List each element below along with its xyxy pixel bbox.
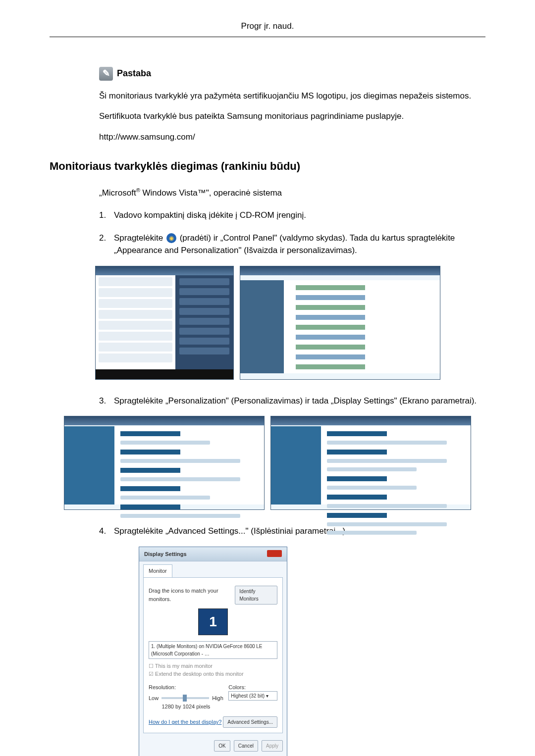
note-block: ✎ Pastaba Ši monitoriaus tvarkyklė yra p…	[99, 67, 485, 144]
colors-label: Colors:	[228, 683, 277, 692]
step-3: 3. Spragtelėkite „Personalization" (Pers…	[99, 395, 485, 407]
monitor-preview-icon[interactable]: 1	[198, 608, 228, 635]
step-4: 4. Spragtelėkite „Advanced Settings..." …	[99, 525, 485, 538]
screenshot-display-settings: Display Settings Monitor Drag the icons …	[139, 547, 287, 756]
os-suffix: Windows Vista™", operacinė sistema	[140, 188, 282, 198]
screenshot-row-1	[50, 266, 485, 380]
step-number-3: 3.	[99, 395, 114, 407]
screenshot-personalization	[270, 416, 471, 510]
resolution-low: Low	[149, 694, 159, 703]
page-header: Progr įr. naud.	[50, 20, 485, 37]
step-number-2: 2.	[99, 232, 114, 257]
resolution-value: 1280 by 1024 pixels	[149, 703, 223, 711]
note-title: Pastaba	[117, 67, 151, 80]
resolution-high: High	[212, 694, 223, 703]
help-link[interactable]: How do I get the best display?	[149, 718, 221, 726]
note-paragraph-2: Sertifikuota tvarkyklė bus pateikta Sams…	[99, 110, 485, 123]
chevron-down-icon: ▾	[266, 693, 268, 699]
resolution-label: Resolution:	[149, 683, 223, 692]
step-2-prefix: Spragtelėkite	[114, 233, 165, 243]
advanced-settings-button[interactable]: Advanced Settings...	[223, 716, 277, 728]
tab-monitor[interactable]: Monitor	[143, 564, 172, 577]
monitor-select[interactable]: 1. (Multiple Monitors) on NVIDIA GeForce…	[149, 641, 277, 659]
registered-symbol: ®	[136, 187, 140, 193]
checkbox-main-monitor: ☐ This is my main monitor	[149, 662, 277, 670]
resolution-slider[interactable]	[161, 697, 209, 699]
drag-instruction: Drag the icons to match your monitors.	[149, 587, 235, 603]
os-line: „Microsoft® Windows Vista™", operacinė s…	[99, 186, 485, 199]
step-text-4: Spragtelėkite „Advanced Settings..." (Iš…	[114, 525, 348, 538]
note-icon: ✎	[99, 67, 113, 81]
step-text-2: Spragtelėkite ◉ (pradėti) ir „Control Pa…	[114, 232, 485, 257]
close-icon[interactable]	[267, 550, 282, 557]
screenshot-appearance	[64, 416, 265, 510]
apply-button[interactable]: Apply	[262, 740, 283, 752]
checkbox-extend-desktop: ☑ Extend the desktop onto this monitor	[149, 670, 277, 678]
os-prefix: „Microsoft	[99, 188, 136, 198]
screenshot-start-menu	[95, 266, 234, 380]
screenshot-control-panel	[240, 266, 440, 380]
windows-start-icon: ◉	[166, 233, 176, 243]
step-1: 1. Vadovo kompaktinį diską įdėkite į CD-…	[99, 209, 485, 222]
note-heading: ✎ Pastaba	[99, 67, 485, 81]
ok-button[interactable]: OK	[214, 740, 230, 752]
section-heading: Monitoriaus tvarkyklės diegimas (rankini…	[50, 158, 485, 174]
step-number-1: 1.	[99, 209, 114, 222]
step-number-4: 4.	[99, 525, 114, 538]
note-paragraph-1: Ši monitoriaus tvarkyklė yra pažymėta se…	[99, 90, 485, 102]
step-text-1: Vadovo kompaktinį diską įdėkite į CD-ROM…	[114, 209, 306, 222]
dialog-title: Display Settings	[144, 550, 187, 558]
samsung-url[interactable]: http://www.samsung.com/	[99, 132, 195, 142]
cancel-button[interactable]: Cancel	[234, 740, 258, 752]
step-2: 2. Spragtelėkite ◉ (pradėti) ir „Control…	[99, 232, 485, 257]
screenshot-row-2	[50, 416, 485, 510]
colors-select[interactable]: Highest (32 bit) ▾	[228, 691, 277, 701]
step-text-3: Spragtelėkite „Personalization" (Persona…	[114, 395, 477, 407]
identify-monitors-button[interactable]: Identify Monitors	[235, 586, 277, 605]
